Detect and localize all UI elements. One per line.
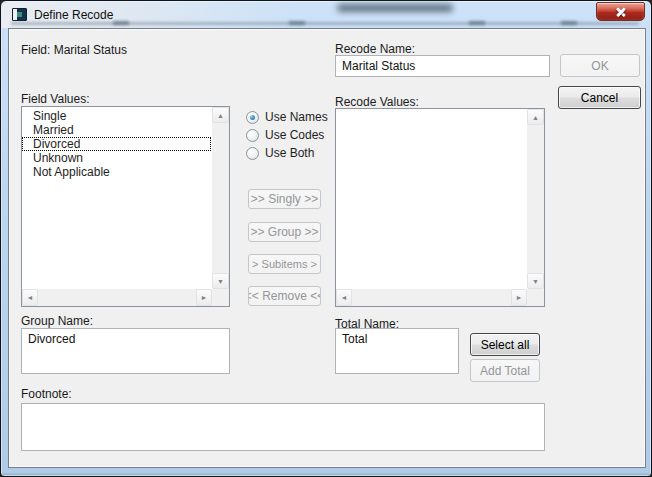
list-item[interactable]: Single: [22, 109, 211, 123]
group-name-label: Group Name:: [21, 314, 93, 328]
background-window-blur-line: [11, 22, 639, 25]
close-icon: [615, 6, 627, 18]
subitems-button[interactable]: > Subitems >: [248, 254, 321, 274]
singly-button[interactable]: >> Singly >>: [248, 189, 321, 209]
dialog-window: Define Recode Field: Marital Status Reco…: [0, 0, 652, 477]
radio-use-codes[interactable]: Use Codes: [246, 128, 324, 142]
field-label-line: Field: Marital Status: [21, 43, 127, 57]
scroll-up-icon[interactable]: ▲: [527, 109, 544, 125]
radio-selected-icon: [246, 111, 259, 124]
radio-label: Use Codes: [265, 128, 324, 142]
recode-values-listbox[interactable]: ▲ ▼ ◄ ►: [335, 108, 545, 307]
field-values-label: Field Values:: [21, 92, 89, 106]
field-value: Marital Status: [54, 43, 127, 57]
group-name-input[interactable]: Divorced: [21, 328, 230, 374]
total-name-input[interactable]: Total: [335, 328, 459, 374]
dialog-client-area: Field: Marital Status Recode Name: OK Ca…: [8, 28, 646, 468]
footnote-label: Footnote:: [21, 387, 72, 401]
scroll-left-icon[interactable]: ◄: [336, 289, 352, 306]
radio-label: Use Names: [265, 110, 328, 124]
recode-values-list: [336, 111, 526, 288]
select-all-button[interactable]: Select all: [470, 333, 540, 356]
scroll-right-icon[interactable]: ►: [511, 289, 527, 306]
background-blur-tick: [289, 21, 305, 25]
ok-button[interactable]: OK: [560, 54, 640, 77]
list-item[interactable]: Not Applicable: [22, 165, 211, 179]
field-label: Field:: [21, 43, 50, 57]
background-blur-tick: [113, 21, 129, 25]
list-item-focused[interactable]: Divorced: [22, 137, 211, 151]
field-values-list: Single Married Divorced Unknown Not Appl…: [22, 109, 211, 288]
add-total-button[interactable]: Add Total: [470, 359, 540, 382]
radio-use-both[interactable]: Use Both: [246, 146, 314, 160]
scrollbar-corner: [212, 289, 229, 306]
window-title: Define Recode: [34, 8, 113, 22]
recode-name-label: Recode Name:: [335, 42, 415, 56]
vertical-scrollbar[interactable]: ▲ ▼: [212, 107, 229, 289]
group-button[interactable]: >> Group >>: [248, 222, 321, 242]
cancel-button[interactable]: Cancel: [558, 86, 641, 109]
background-window-blur: [337, 4, 453, 12]
radio-unselected-icon: [246, 147, 259, 160]
list-item[interactable]: Married: [22, 123, 211, 137]
scroll-up-icon[interactable]: ▲: [212, 107, 229, 123]
background-blur-tick: [561, 21, 577, 25]
scroll-down-icon[interactable]: ▼: [527, 273, 544, 289]
radio-unselected-icon: [246, 129, 259, 142]
app-icon: [12, 8, 27, 21]
recode-values-label: Recode Values:: [335, 95, 419, 109]
radio-label: Use Both: [265, 146, 314, 160]
scroll-left-icon[interactable]: ◄: [22, 289, 38, 306]
remove-button[interactable]: << Remove <<: [248, 286, 321, 306]
close-button[interactable]: [596, 2, 645, 21]
radio-use-names[interactable]: Use Names: [246, 110, 328, 124]
recode-name-input[interactable]: [335, 55, 550, 77]
scrollbar-corner: [527, 289, 544, 306]
list-item[interactable]: Unknown: [22, 151, 211, 165]
horizontal-scrollbar[interactable]: ◄ ►: [336, 289, 527, 306]
horizontal-scrollbar[interactable]: ◄ ►: [22, 289, 212, 306]
vertical-scrollbar[interactable]: ▲ ▼: [527, 109, 544, 289]
scroll-down-icon[interactable]: ▼: [212, 273, 229, 289]
field-values-listbox[interactable]: Single Married Divorced Unknown Not Appl…: [21, 106, 230, 307]
background-blur-tick: [469, 21, 485, 25]
scroll-right-icon[interactable]: ►: [196, 289, 212, 306]
footnote-input[interactable]: [21, 403, 545, 451]
